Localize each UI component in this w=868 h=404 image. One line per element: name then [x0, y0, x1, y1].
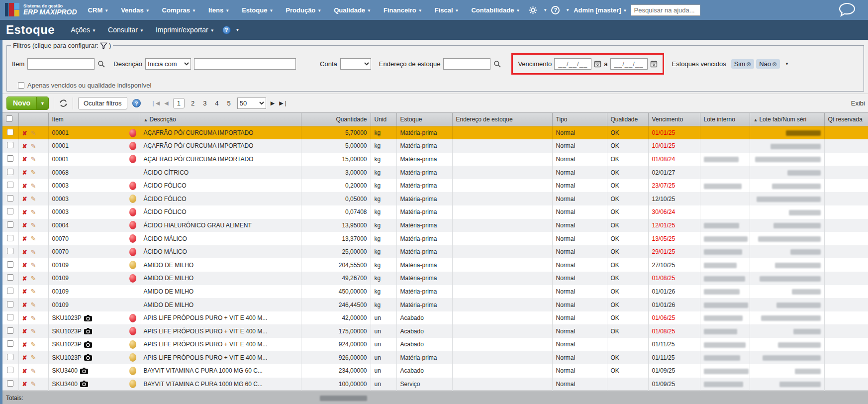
row-checkbox[interactable]	[7, 261, 13, 268]
column-header-actions[interactable]	[18, 113, 48, 126]
conta-select[interactable]	[340, 58, 371, 70]
edit-icon[interactable]: ✎	[31, 182, 36, 190]
row-checkbox[interactable]	[7, 221, 13, 228]
table-row[interactable]: ✘✎ 00001 AÇAFRÃO PÓ/ CURCUMA IMPORTADO 1…	[2, 153, 868, 166]
table-row[interactable]: ✘✎ SKU1023P APIS LIFE PRÓPOLIS PURO + VI…	[2, 311, 868, 325]
delete-icon[interactable]: ✘	[22, 368, 27, 375]
edit-icon[interactable]: ✎	[31, 327, 36, 335]
edit-icon[interactable]: ✎	[31, 221, 36, 229]
table-row[interactable]: ✘✎ 00001 AÇAFRÃO PÓ/ CURCUMA IMPORTADO 5…	[2, 126, 868, 140]
nav-menu-fiscal[interactable]: Fiscal▼	[435, 6, 459, 14]
first-page-icon[interactable]: ❘◀	[151, 100, 160, 106]
row-checkbox[interactable]	[7, 314, 13, 320]
delete-icon[interactable]: ✘	[22, 222, 27, 229]
edit-icon[interactable]: ✎	[31, 314, 36, 322]
help-icon[interactable]: ?	[551, 6, 560, 14]
table-row[interactable]: ✘✎ 00070 ÁCIDO MÁLICO 13,37000 kg Matéri…	[2, 232, 868, 245]
vencimento-to-input[interactable]	[610, 58, 648, 70]
item-filter-input[interactable]	[27, 58, 95, 70]
vencidos-tag-sim[interactable]: Sim⊗	[731, 59, 754, 69]
novo-dropdown-caret[interactable]: ▼	[36, 97, 48, 109]
nav-menu-compras[interactable]: Compras▼	[162, 6, 196, 14]
refresh-icon[interactable]	[59, 99, 68, 107]
page-menu-ações[interactable]: Ações▼	[71, 26, 96, 34]
row-checkbox[interactable]	[7, 288, 13, 294]
table-row[interactable]: ✘✎ SKU1023P APIS LIFE PRÓPOLIS PURO + VI…	[2, 324, 868, 338]
column-header-lote_fab[interactable]: ▲Lote fab/Num séri	[750, 113, 824, 126]
remove-tag-icon[interactable]: ⊗	[746, 61, 751, 68]
row-checkbox[interactable]	[7, 354, 13, 360]
row-checkbox[interactable]	[7, 182, 13, 188]
delete-icon[interactable]: ✘	[22, 275, 27, 282]
page-extra-caret[interactable]: ▼	[236, 28, 240, 32]
column-header-sel[interactable]	[2, 113, 18, 126]
row-checkbox[interactable]	[7, 274, 13, 281]
delete-icon[interactable]: ✘	[22, 183, 27, 190]
camera-icon[interactable]	[84, 328, 92, 334]
page-number-3[interactable]: 3	[201, 99, 208, 108]
filters-legend[interactable]: Filtros (clique para configurar: )	[11, 42, 113, 49]
item-search-icon[interactable]	[97, 60, 105, 68]
toolbar-help-icon[interactable]: ?	[132, 99, 141, 107]
edit-icon[interactable]: ✎	[31, 155, 36, 163]
column-header-lote_interno[interactable]: Lote interno	[700, 113, 750, 126]
nav-menu-estoque[interactable]: Estoque▼	[242, 6, 273, 14]
admin-menu[interactable]: Admin [master]▼	[574, 6, 627, 14]
row-checkbox[interactable]	[7, 208, 13, 214]
prev-page-icon[interactable]: ◀	[164, 100, 168, 106]
table-row[interactable]: ✘✎ 00109 AMIDO DE MILHO 450,00000 kg Mat…	[2, 285, 868, 299]
delete-icon[interactable]: ✘	[22, 341, 27, 348]
nav-menu-financeiro[interactable]: Financeiro▼	[384, 6, 422, 14]
edit-icon[interactable]: ✎	[31, 248, 36, 256]
column-header-estoque[interactable]: Estoque	[396, 113, 452, 126]
column-header-desc[interactable]: ▲Descrição	[140, 113, 301, 126]
column-header-tipo[interactable]: Tipo	[552, 113, 607, 126]
row-checkbox[interactable]	[7, 142, 13, 148]
camera-icon[interactable]	[84, 315, 92, 321]
column-header-qty[interactable]: Quantidade	[301, 113, 371, 126]
delete-icon[interactable]: ✘	[22, 249, 27, 256]
page-help-icon[interactable]: ?	[222, 26, 231, 34]
select-all-checkbox[interactable]	[6, 115, 12, 122]
edit-icon[interactable]: ✎	[31, 354, 36, 361]
delete-icon[interactable]: ✘	[22, 143, 27, 150]
app-logo[interactable]: Sistema de gestão ERP MAXIPROD	[5, 3, 77, 17]
delete-icon[interactable]: ✘	[22, 156, 27, 163]
table-row[interactable]: ✘✎ 00109 AMIDO DE MILHO 246,44500 kg Mat…	[2, 298, 868, 311]
table-row[interactable]: ✘✎ 00070 ÁCIDO MÁLICO 25,00000 kg Matéri…	[2, 245, 868, 259]
table-row[interactable]: ✘✎ 00109 AMIDO DE MILHO 49,26700 kg Maté…	[2, 272, 868, 285]
delete-icon[interactable]: ✘	[22, 302, 27, 308]
novo-button[interactable]: Novo ▼	[6, 97, 49, 110]
page-menu-consultar[interactable]: Consultar▼	[108, 26, 144, 34]
edit-icon[interactable]: ✎	[31, 341, 36, 348]
table-row[interactable]: ✘✎ 00003 ÁCIDO FÓLICO 0,20000 kg Matéria…	[2, 179, 868, 193]
page-number-1[interactable]: 1	[173, 98, 185, 108]
vencidos-dropdown-caret[interactable]: ▼	[785, 62, 789, 66]
row-checkbox[interactable]	[7, 327, 13, 334]
edit-icon[interactable]: ✎	[31, 288, 36, 295]
table-row[interactable]: ✘✎ 00003 ÁCIDO FÓLICO 0,05000 kg Matéria…	[2, 192, 868, 205]
ocultar-filtros-button[interactable]: Ocultar filtros	[78, 97, 127, 109]
row-checkbox[interactable]	[7, 367, 13, 373]
delete-icon[interactable]: ✘	[22, 130, 27, 137]
row-checkbox[interactable]	[7, 248, 13, 254]
table-row[interactable]: ✘✎ 00004 ÁCIDO HIALURÔNICO GRAU ALIMENT …	[2, 219, 868, 232]
page-number-4[interactable]: 4	[213, 99, 220, 108]
table-row[interactable]: ✘✎ 00109 AMIDO DE MILHO 204,55500 kg Mat…	[2, 258, 868, 272]
calendar-icon[interactable]	[650, 60, 658, 68]
apenas-vencidos-checkbox[interactable]	[18, 82, 24, 89]
delete-icon[interactable]: ✘	[22, 262, 27, 269]
camera-icon[interactable]	[80, 368, 88, 374]
edit-icon[interactable]: ✎	[31, 195, 36, 202]
edit-icon[interactable]: ✎	[31, 275, 36, 282]
column-header-qualidade[interactable]: Qualidade	[607, 113, 648, 126]
page-number-2[interactable]: 2	[189, 99, 196, 108]
calendar-icon[interactable]	[594, 60, 601, 68]
page-menu-imprimir/exportar[interactable]: Imprimir/exportar▼	[156, 26, 214, 34]
row-checkbox[interactable]	[7, 235, 13, 241]
column-header-unid[interactable]: Unid	[371, 113, 396, 126]
delete-icon[interactable]: ✘	[22, 315, 27, 322]
gear-icon[interactable]	[529, 6, 537, 14]
column-header-qt_reservada[interactable]: Qt reservada	[824, 113, 868, 126]
row-checkbox[interactable]	[7, 129, 13, 135]
